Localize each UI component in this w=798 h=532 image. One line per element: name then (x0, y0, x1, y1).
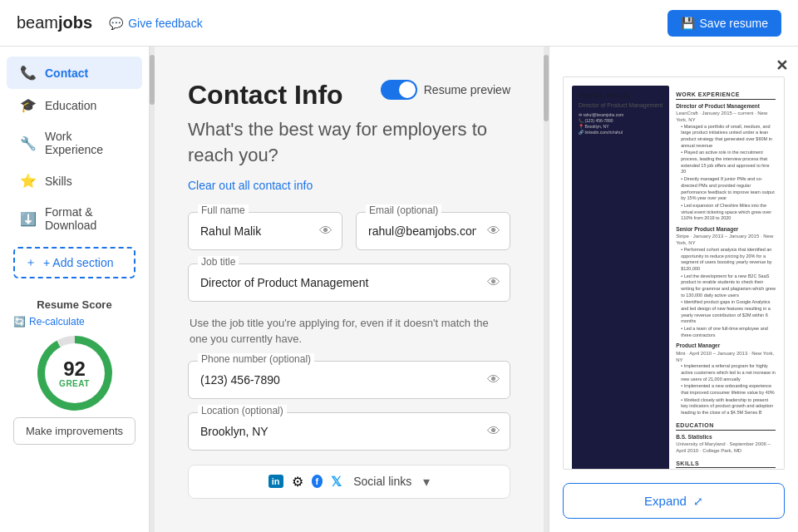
job-title-field: Job title 👁 (188, 264, 510, 302)
twitter-icon: 𝕏 (331, 474, 342, 490)
job-title-hint: Use the job title you're applying for, e… (188, 315, 510, 347)
email-field: Email (optional) 👁 (356, 212, 510, 250)
job3-company: Mint · April 2010 – January 2013 · New Y… (676, 350, 776, 364)
recalculate-button[interactable]: 🔄 Re-calculate (13, 316, 85, 328)
close-preview-button[interactable]: ✕ (776, 57, 788, 75)
sidebar-item-format-download[interactable]: ⬇️ Format & Download (7, 197, 142, 240)
phone-row: Phone number (optional) 👁 (188, 361, 510, 399)
phone-label: Phone number (optional) (198, 353, 314, 365)
feedback-button[interactable]: 💬 Give feedback (109, 17, 203, 30)
resume-score-title: Resume Score (13, 298, 135, 311)
work-section-header: WORK EXPERIENCE (676, 91, 776, 100)
full-name-label: Full name (198, 204, 249, 216)
chat-icon: 💬 (109, 17, 123, 30)
resume-score-section: Resume Score 🔄 Re-calculate 92 GREAT Mak… (0, 285, 149, 458)
sidebar-item-contact[interactable]: 📞 Contact (7, 57, 142, 89)
resume-preview-document: RAHUL MALIK Director of Product Manageme… (549, 47, 798, 483)
logo: beamjobs (17, 13, 92, 32)
name-email-row: Full name 👁 Email (optional) 👁 (188, 212, 510, 250)
job1-bullet3: • Directly managed 8 junior PMs and co-d… (676, 176, 776, 202)
job-title-label: Job title (198, 256, 239, 268)
save-resume-button[interactable]: 💾 Save resume (667, 10, 781, 37)
edu-school: University of Maryland · September 2006 … (676, 441, 776, 455)
skills-icon: ⭐ (20, 173, 37, 189)
phone-icon: 📞 (20, 65, 37, 81)
job1-company: LeanCraft · January 2015 – current · New… (676, 110, 776, 124)
preview-label: Resume preview (424, 83, 510, 96)
job2-title: Senior Product Manager (676, 225, 776, 233)
resume-job-title: Director of Product Management (579, 101, 663, 110)
sidebar-item-education[interactable]: 🎓 Education (7, 89, 142, 121)
location-input[interactable] (188, 412, 510, 451)
preview-toggle-switch[interactable] (381, 80, 417, 100)
recalc-label: Re-calculate (29, 316, 85, 328)
facebook-icon: f (312, 475, 323, 489)
email-label: Email (optional) (366, 204, 441, 216)
preview-toggle: Resume preview (381, 80, 510, 100)
score-inner: 92 GREAT (45, 343, 105, 403)
add-section-button[interactable]: ＋ + Add section (13, 247, 135, 278)
skills-section-header: SKILLS (676, 460, 776, 469)
education-icon: 🎓 (20, 97, 37, 113)
score-word: GREAT (59, 379, 90, 388)
clear-contact-link[interactable]: Clear out all contact info (188, 179, 510, 192)
job3-title: Product Manager (676, 342, 776, 349)
logo-bold: jobs (58, 13, 92, 32)
job2-bullet1: • Performed cohort analysis that identif… (676, 247, 776, 273)
job3-bullet1: • Implemented a referral program for hig… (676, 363, 776, 382)
refresh-icon: 🔄 (13, 316, 26, 328)
sidebar-label-work: Work Experience (45, 130, 129, 156)
location-row: Location (optional) 👁 (188, 412, 510, 451)
toggle-knob (399, 81, 416, 98)
preview-panel: ✕ RAHUL MALIK Director of Product Manage… (549, 47, 798, 532)
github-icon: ⚙ (292, 474, 303, 490)
sidebar-item-work-experience[interactable]: 🔧 Work Experience (7, 121, 142, 165)
location-field: Location (optional) 👁 (188, 412, 510, 451)
full-name-field: Full name 👁 (188, 212, 342, 250)
contact-subtitle: What's the best way for employers to rea… (188, 117, 510, 169)
score-number: 92 (63, 359, 86, 379)
job2-bullet4: • Led a team of one full-time employee a… (676, 326, 776, 338)
sidebar-item-skills[interactable]: ⭐ Skills (7, 165, 142, 197)
make-improvements-button[interactable]: Make improvements (13, 417, 135, 445)
expand-label: Expand (644, 494, 687, 508)
job1-title: Director of Product Management (676, 102, 776, 110)
location-label: Location (optional) (198, 405, 287, 416)
download-icon: ⬇️ (20, 211, 37, 227)
social-links-bar[interactable]: in ⚙ f 𝕏 Social links ▾ (188, 465, 510, 499)
sidebar: 📞 Contact 🎓 Education 🔧 Work Experience … (0, 47, 150, 532)
job2-bullet2: • Led the development for a new B2C SaaS… (676, 273, 776, 299)
visibility-icon-job[interactable]: 👁 (487, 275, 500, 290)
job3-bullet3: • Worked closely with leadership to pres… (676, 397, 776, 416)
sidebar-label-contact: Contact (45, 66, 88, 80)
header: beamjobs 💬 Give feedback 💾 Save resume (0, 0, 798, 47)
visibility-icon-email[interactable]: 👁 (487, 224, 500, 239)
score-circle: 92 GREAT (37, 336, 112, 411)
job-title-row: Job title 👁 (188, 264, 510, 302)
social-links-label: Social links (353, 475, 411, 489)
phone-field: Phone number (optional) 👁 (188, 361, 510, 399)
resume-thumbnail: RAHUL MALIK Director of Product Manageme… (563, 76, 785, 470)
feedback-label: Give feedback (128, 17, 203, 30)
work-icon: 🔧 (20, 135, 37, 151)
job2-bullet3: • Identified product gaps in Google Anal… (676, 299, 776, 325)
expand-button[interactable]: Expand ⤢ (563, 483, 785, 519)
chevron-down-icon: ▾ (423, 474, 430, 490)
edu-section-header: EDUCATION (676, 421, 776, 431)
save-icon: 💾 (681, 17, 695, 30)
add-section-label: + Add section (43, 256, 113, 269)
header-left: beamjobs 💬 Give feedback (17, 13, 203, 32)
visibility-icon-phone[interactable]: 👁 (487, 372, 500, 387)
job1-bullet4: • Led expansion of Cheshire Miles into t… (676, 203, 776, 222)
sidebar-label-skills: Skills (45, 175, 72, 188)
improve-label: Make improvements (26, 425, 123, 437)
job-title-input[interactable] (188, 264, 510, 302)
content-inner: Contact Info What's the best way for emp… (188, 80, 510, 501)
linkedin-icon: in (268, 475, 283, 489)
sidebar-label-education: Education (45, 99, 96, 112)
visibility-icon-location[interactable]: 👁 (487, 424, 500, 439)
visibility-icon-name[interactable]: 👁 (319, 224, 332, 239)
phone-input[interactable] (188, 361, 510, 399)
save-label: Save resume (700, 17, 768, 30)
expand-icon: ⤢ (693, 495, 703, 508)
